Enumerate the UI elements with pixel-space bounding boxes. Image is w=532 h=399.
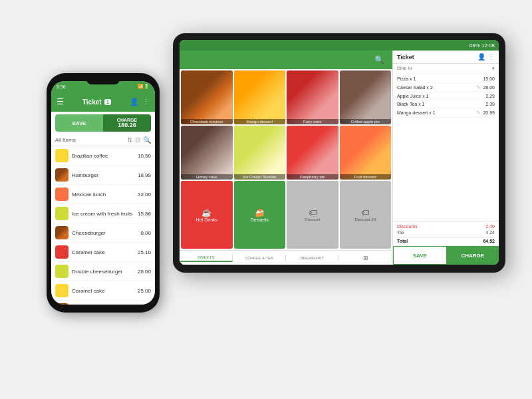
scene: 68% 12:08 🔍 Chocolate mousse bbox=[13, 20, 519, 379]
tablet-ticket-panel: Ticket 👤 ⋮ Dine In ▾ Pizza x 1 15.00 bbox=[392, 51, 499, 265]
more-options-icon[interactable]: ⋮ bbox=[488, 53, 495, 61]
ticket-item-row: Caesar Salad x 2 ✎ 28.00 bbox=[397, 83, 495, 92]
item-thumbnail bbox=[55, 149, 68, 162]
tablet-grid-panel: 🔍 Chocolate mousse Mango dessert bbox=[180, 51, 392, 265]
ticket-tax-row: Tax 4.24 bbox=[397, 229, 495, 235]
grid-item-label: Grilled apple pie bbox=[340, 119, 392, 124]
ticket-charge-button[interactable]: CHARGE bbox=[447, 246, 499, 265]
item-thumbnail bbox=[55, 207, 68, 220]
phone-status-icons: 📶🔋 bbox=[138, 84, 150, 89]
desserts-item[interactable]: 🍰 Desserts bbox=[234, 181, 286, 249]
charge-amount: 180.26 bbox=[118, 122, 136, 128]
grid-item-label: Mango dessert bbox=[234, 119, 286, 124]
list-item[interactable]: Mexican lunch 32.00 bbox=[51, 185, 155, 204]
phone-save-charge: SAVE CHARGE 180.26 bbox=[55, 114, 151, 132]
discount20-item[interactable]: 🏷 Discount 20 bbox=[340, 181, 392, 249]
phone-filter-icons: ⇅ ⊟ 🔍 bbox=[127, 136, 151, 144]
grid-item[interactable]: Fairy cake bbox=[287, 70, 338, 124]
ticket-header: Ticket 👤 ⋮ bbox=[393, 51, 499, 64]
tablet-main: 🔍 Chocolate mousse Mango dessert bbox=[180, 51, 499, 265]
hot-drinks-item[interactable]: ☕ Hot Drinks bbox=[181, 181, 233, 249]
tablet-status-text: 68% 12:08 bbox=[469, 43, 495, 49]
item-thumbnail bbox=[55, 265, 68, 278]
list-item[interactable]: Cheeseburger 8.00 bbox=[51, 223, 155, 243]
grid-item-label: Ice Cream Sundae bbox=[234, 174, 286, 180]
tablet-grid-header: 🔍 bbox=[180, 51, 392, 69]
item-thumbnail bbox=[55, 284, 68, 297]
phone-notch bbox=[86, 78, 120, 84]
add-person-phone-icon[interactable]: 👤 bbox=[130, 98, 139, 106]
item-thumbnail bbox=[55, 188, 68, 201]
ticket-dine-in[interactable]: Dine In ▾ bbox=[393, 64, 499, 74]
filter-label: All Items bbox=[55, 137, 76, 143]
ticket-totals: Discounts 2.40 Tax 4.24 Total 64.52 bbox=[393, 221, 499, 246]
filter-icon[interactable]: ⊟ bbox=[135, 136, 140, 144]
tab-sweets[interactable]: SWEETS bbox=[180, 254, 233, 262]
add-person-icon[interactable]: 👤 bbox=[477, 53, 485, 61]
ticket-title: Ticket bbox=[397, 54, 414, 61]
hamburger-menu-icon[interactable]: ☰ bbox=[57, 97, 64, 106]
phone-toolbar: ☰ Ticket 1 👤 ⋮ bbox=[51, 92, 155, 112]
phone-time: 5:36 bbox=[57, 84, 66, 89]
grid-item[interactable]: Ice Cream Sundae bbox=[234, 126, 286, 180]
ticket-total-row: Total 64.52 bbox=[397, 237, 495, 244]
list-item[interactable]: Hamburger 18.99 bbox=[51, 166, 155, 185]
list-item[interactable]: Fried chicken 18.00 bbox=[51, 301, 155, 305]
grid-item[interactable]: Chocolate mousse bbox=[181, 70, 233, 124]
phone-ticket-badge: 1 bbox=[104, 99, 111, 105]
ticket-item-row: Black Tea x 1 2.39 bbox=[397, 100, 495, 108]
list-item[interactable]: Brazilian coffee 10.50 bbox=[51, 146, 155, 166]
ticket-save-button[interactable]: SAVE bbox=[393, 246, 447, 265]
ticket-item-row: Pizza x 1 15.00 bbox=[397, 75, 495, 83]
grid-item[interactable]: Honey cake bbox=[181, 126, 233, 180]
grid-item-label: Fruit dessert bbox=[340, 174, 392, 180]
phone-item-list: Brazilian coffee 10.50 Hamburger 18.99 M… bbox=[51, 146, 155, 305]
tablet-statusbar: 68% 12:08 bbox=[180, 40, 499, 51]
item-thumbnail bbox=[55, 245, 68, 259]
grid-item[interactable]: Raspberry pie bbox=[287, 126, 338, 180]
grid-item-label: Raspberry pie bbox=[287, 174, 338, 180]
list-item[interactable]: Ice cream with fresh fruits 15.86 bbox=[51, 204, 155, 223]
ticket-item-row: Apple Juice x 1 2.29 bbox=[397, 92, 495, 100]
ticket-item-row: Mango dessert x 1 ✎ 20.99 bbox=[397, 108, 495, 118]
phone-screen: 5:36 📶🔋 ☰ Ticket 1 👤 ⋮ SAVE CHARGE 180.2 bbox=[51, 81, 155, 305]
list-item[interactable]: Double cheeseburger 26.00 bbox=[51, 262, 155, 281]
phone-charge-button[interactable]: CHARGE 180.26 bbox=[103, 114, 151, 132]
ticket-items: Pizza x 1 15.00 Caesar Salad x 2 ✎ 28.00… bbox=[393, 74, 499, 221]
tablet-category-tabs: SWEETS COFFEE & TEA BREAKFAST ⊞ bbox=[180, 250, 392, 265]
food-grid: Chocolate mousse Mango dessert Fairy cak… bbox=[180, 69, 392, 250]
phone-toolbar-icons: 👤 ⋮ bbox=[130, 98, 150, 106]
phone-save-button[interactable]: SAVE bbox=[55, 114, 103, 132]
more-options-phone-icon[interactable]: ⋮ bbox=[142, 98, 150, 106]
list-item[interactable]: Caramel cake 25.00 bbox=[51, 281, 155, 301]
grid-item-label: Fairy cake bbox=[287, 119, 338, 124]
tablet-device: 68% 12:08 🔍 Chocolate mousse bbox=[173, 33, 505, 273]
grid-item-label: Chocolate mousse bbox=[181, 119, 233, 124]
ticket-header-icons: 👤 ⋮ bbox=[477, 53, 495, 61]
phone-filter-bar: All Items ⇅ ⊟ 🔍 bbox=[51, 134, 155, 146]
phone-device: 5:36 📶🔋 ☰ Ticket 1 👤 ⋮ SAVE CHARGE 180.2 bbox=[47, 73, 160, 313]
phone-ticket-title: Ticket 1 bbox=[82, 98, 111, 106]
tab-breakfast[interactable]: BREAKFAST bbox=[286, 255, 339, 261]
search-phone-icon[interactable]: 🔍 bbox=[143, 136, 151, 144]
discount-item[interactable]: 🏷 Discount bbox=[287, 181, 338, 249]
grid-item-label: Honey cake bbox=[181, 174, 233, 180]
item-thumbnail bbox=[55, 226, 68, 239]
grid-item[interactable]: Fruit dessert bbox=[340, 126, 392, 180]
sort-icon[interactable]: ⇅ bbox=[127, 136, 132, 144]
item-thumbnail bbox=[55, 303, 68, 305]
tab-coffee-tea[interactable]: COFFEE & TEA bbox=[233, 255, 286, 261]
list-item[interactable]: Caramel cake 25.10 bbox=[51, 243, 155, 262]
ticket-discounts-row: Discounts 2.40 bbox=[397, 223, 495, 229]
tablet-screen: 68% 12:08 🔍 Chocolate mousse bbox=[180, 40, 499, 265]
search-icon[interactable]: 🔍 bbox=[374, 55, 384, 65]
grid-item[interactable]: Mango dessert bbox=[234, 70, 286, 124]
ticket-action-buttons: SAVE CHARGE bbox=[393, 246, 499, 265]
grid-item[interactable]: Grilled apple pie bbox=[340, 70, 392, 124]
tab-grid[interactable]: ⊞ bbox=[339, 253, 392, 263]
item-thumbnail bbox=[55, 168, 68, 182]
